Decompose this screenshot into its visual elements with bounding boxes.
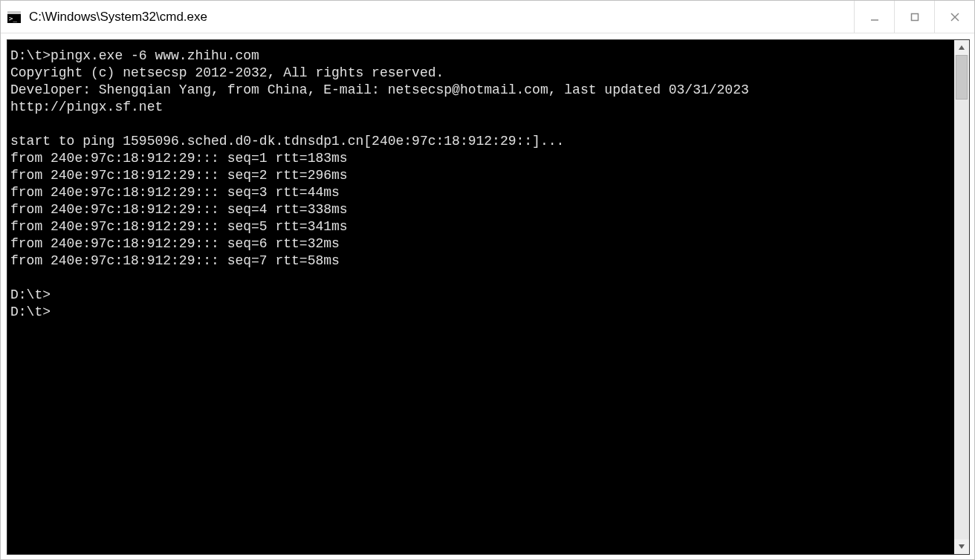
scrollbar-thumb[interactable] (956, 55, 968, 100)
svg-text:>_: >_ (9, 15, 17, 22)
window-title: C:\Windows\System32\cmd.exe (29, 10, 854, 25)
svg-rect-4 (911, 13, 918, 20)
maximize-button[interactable] (894, 1, 934, 33)
minimize-button[interactable] (854, 1, 894, 33)
cmd-icon: >_ (7, 10, 22, 25)
close-button[interactable] (934, 1, 974, 33)
terminal-container: D:\t>pingx.exe -6 www.zhihu.com Copyrigh… (7, 39, 970, 555)
svg-marker-8 (959, 544, 965, 549)
window-controls (854, 1, 974, 33)
svg-marker-7 (959, 45, 965, 50)
cmd-window: >_ C:\Windows\System32\cmd.exe D:\t>ping… (0, 0, 975, 560)
scroll-down-arrow-icon[interactable] (954, 539, 969, 554)
scroll-up-arrow-icon[interactable] (954, 40, 969, 55)
svg-rect-1 (7, 11, 21, 14)
titlebar[interactable]: >_ C:\Windows\System32\cmd.exe (1, 1, 974, 33)
vertical-scrollbar[interactable] (954, 40, 969, 554)
terminal-output[interactable]: D:\t>pingx.exe -6 www.zhihu.com Copyrigh… (7, 40, 954, 554)
window-body: D:\t>pingx.exe -6 www.zhihu.com Copyrigh… (1, 33, 974, 559)
scrollbar-track[interactable] (954, 55, 969, 539)
